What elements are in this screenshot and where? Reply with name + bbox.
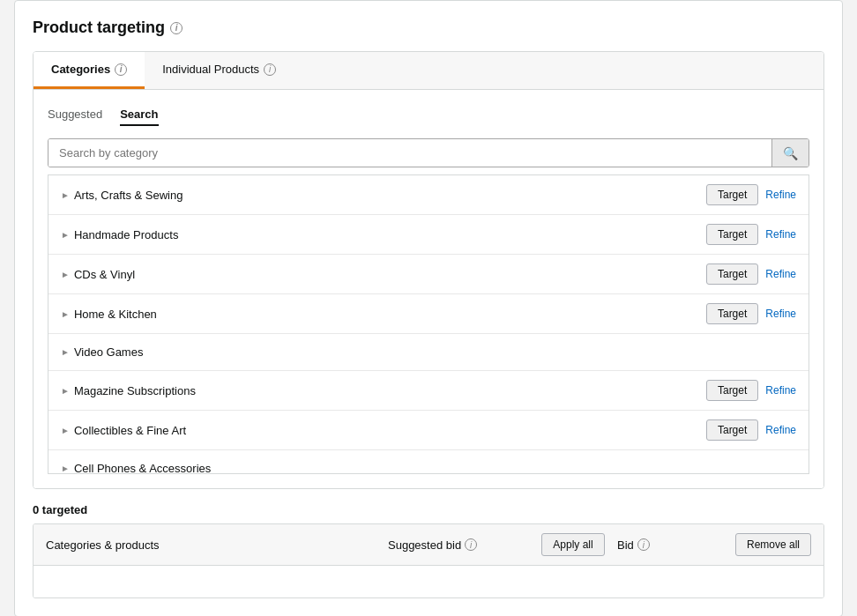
list-item: ► Cell Phones & Accessories [48, 450, 809, 474]
target-button[interactable]: Target [706, 419, 758, 441]
refine-link[interactable]: Refine [765, 228, 796, 241]
category-name: ► Handmade Products [61, 228, 706, 241]
subtab-suggested[interactable]: Suggested [48, 104, 102, 126]
page-title: Product targeting [33, 19, 165, 37]
refine-link[interactable]: Refine [765, 424, 796, 436]
suggested-bid-info-icon[interactable]: i [465, 538, 477, 551]
subtab-search[interactable]: Search [120, 104, 158, 126]
col-remove-all: Remove all [723, 533, 811, 556]
category-list: ► Arts, Crafts & Sewing Target Refine ► … [48, 174, 809, 474]
tab-individual-products-label: Individual Products [162, 63, 259, 76]
list-item: ► Arts, Crafts & Sewing Target Refine [48, 175, 809, 215]
row-actions: Target Refine [706, 380, 796, 401]
tabs-container: Categories i Individual Products i Sugge… [33, 51, 824, 489]
remove-all-button[interactable]: Remove all [735, 533, 811, 556]
search-input[interactable] [48, 139, 771, 167]
search-row: 🔍 [48, 138, 809, 167]
bottom-table: Categories & products Suggested bid i Ap… [33, 523, 824, 598]
bottom-table-body [34, 566, 823, 597]
tab-individual-products[interactable]: Individual Products i [145, 52, 294, 89]
apply-all-button[interactable]: Apply all [541, 533, 604, 556]
tab-categories-label: Categories [51, 63, 110, 76]
expand-arrow-icon: ► [61, 270, 70, 279]
col-categories-products: Categories & products [46, 538, 388, 552]
row-actions: Target Refine [706, 263, 796, 285]
col-bid: Bid i [617, 538, 723, 552]
expand-arrow-icon: ► [61, 347, 70, 357]
list-item: ► Home & Kitchen Target Refine [48, 294, 809, 334]
refine-link[interactable]: Refine [765, 308, 796, 320]
expand-arrow-icon: ► [61, 230, 70, 240]
category-name: ► CDs & Vinyl [61, 268, 706, 281]
expand-arrow-icon: ► [61, 309, 70, 319]
row-actions: Target Refine [706, 224, 796, 245]
list-item: ► Magazine Subscriptions Target Refine [48, 371, 809, 411]
target-button[interactable]: Target [706, 303, 758, 324]
tab-categories[interactable]: Categories i [34, 52, 145, 89]
expand-arrow-icon: ► [61, 426, 70, 435]
tab-categories-info-icon[interactable]: i [115, 63, 127, 76]
refine-link[interactable]: Refine [765, 384, 796, 397]
product-targeting-card: Product targeting i Categories i Individ… [14, 0, 843, 616]
list-item: ► Collectibles & Fine Art Target Refine [48, 411, 809, 450]
target-button[interactable]: Target [706, 184, 758, 205]
target-button[interactable]: Target [706, 224, 758, 245]
list-item: ► CDs & Vinyl Target Refine [48, 255, 809, 294]
target-button[interactable]: Target [706, 263, 758, 285]
tab-bar: Categories i Individual Products i [34, 52, 823, 90]
row-actions: Target Refine [706, 303, 796, 324]
page-title-row: Product targeting i [33, 19, 824, 37]
category-name: ► Collectibles & Fine Art [61, 424, 706, 437]
expand-arrow-icon: ► [61, 464, 70, 473]
subtabs: Suggested Search [48, 104, 809, 126]
list-item: ► Handmade Products Target Refine [48, 215, 809, 255]
refine-link[interactable]: Refine [765, 268, 796, 280]
row-actions: Target Refine [706, 419, 796, 441]
expand-arrow-icon: ► [61, 190, 70, 200]
bid-info-icon[interactable]: i [637, 538, 650, 551]
row-actions: Target Refine [706, 184, 796, 205]
targeted-count: 0 targeted [33, 503, 824, 516]
bottom-section: 0 targeted Categories & products Suggest… [33, 503, 824, 598]
bottom-table-header: Categories & products Suggested bid i Ap… [34, 524, 823, 566]
category-name: ► Video Games [61, 345, 796, 359]
tab-content: Suggested Search 🔍 ► Arts, Crafts & Sewi… [34, 90, 823, 488]
refine-link[interactable]: Refine [765, 189, 796, 201]
category-name: ► Magazine Subscriptions [61, 384, 706, 397]
category-name: ► Arts, Crafts & Sewing [61, 189, 706, 202]
search-button[interactable]: 🔍 [771, 139, 809, 167]
page-title-info-icon[interactable]: i [170, 22, 183, 34]
tab-individual-products-info-icon[interactable]: i [264, 63, 276, 76]
category-name: ► Cell Phones & Accessories [61, 462, 796, 474]
list-item: ► Video Games [48, 334, 809, 371]
category-name: ► Home & Kitchen [61, 308, 706, 321]
expand-arrow-icon: ► [61, 386, 70, 396]
col-suggested-bid: Suggested bid i [388, 538, 529, 552]
target-button[interactable]: Target [706, 380, 758, 401]
col-apply-all: Apply all [529, 533, 617, 556]
